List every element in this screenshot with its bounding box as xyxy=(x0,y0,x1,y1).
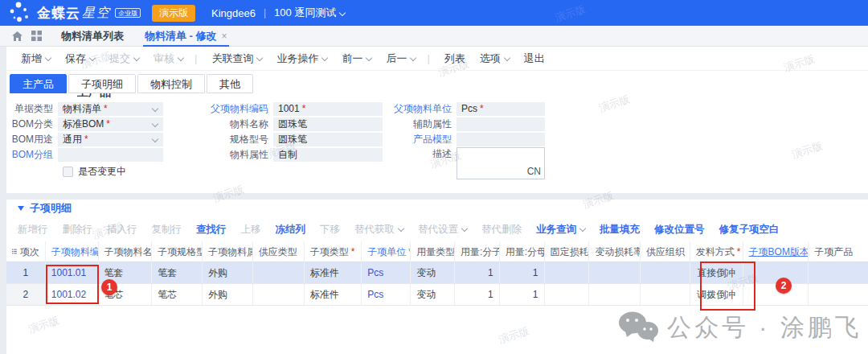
column-header-child-attr[interactable]: 子项物料属性 xyxy=(203,241,253,261)
field-label-product-model[interactable]: 产品模型 xyxy=(392,133,457,146)
column-header-child-product[interactable]: 子项产品 xyxy=(809,241,868,261)
column-header-issue-method[interactable]: 发料方式 xyxy=(690,241,743,261)
field-label-parent-material-code[interactable]: 父项物料编码 xyxy=(209,102,273,116)
row-settings-icon[interactable] xyxy=(12,247,17,256)
column-header-child-name[interactable]: 子项物料名称 xyxy=(99,241,153,261)
parent-material-code-input[interactable]: 1001 xyxy=(273,102,383,116)
modify-position-button[interactable]: 修改位置号 xyxy=(654,223,705,237)
toolbar-options-button[interactable]: 选项 xyxy=(480,51,510,66)
current-user[interactable]: Kingdee6 xyxy=(211,7,256,19)
tab-other[interactable]: 其他 xyxy=(207,74,253,93)
column-header-supply-org[interactable]: 供应组织 xyxy=(641,241,690,261)
cell-seq[interactable]: 1 xyxy=(6,262,46,283)
cell-child-unit[interactable]: Pcs xyxy=(362,284,411,305)
delete-row-button[interactable]: 删除行 xyxy=(63,223,93,237)
toolbar-exit-button[interactable]: 退出 xyxy=(524,51,545,66)
cell-fixed-loss[interactable] xyxy=(545,284,590,305)
toolbar-list-button[interactable]: 列表 xyxy=(444,51,465,66)
cell-supply-org[interactable] xyxy=(641,284,690,305)
column-header-child-spec[interactable]: 子项规格型... xyxy=(152,241,203,261)
description-textarea[interactable]: CN xyxy=(457,147,545,179)
changing-checkbox[interactable] xyxy=(63,167,73,177)
cell-usage-numerator[interactable]: 1 xyxy=(455,262,500,283)
find-row-button[interactable]: 查找行 xyxy=(196,223,227,237)
cell-supply-type[interactable] xyxy=(253,262,305,283)
cell-child-type[interactable]: 标准件 xyxy=(305,284,362,305)
toolbar-business-ops-button[interactable]: 业务操作 xyxy=(276,51,327,66)
column-header-usage-type[interactable]: 用量类型 xyxy=(411,241,455,261)
substitute-delete-button[interactable]: 替代删除 xyxy=(481,223,522,237)
copy-row-button[interactable]: 复制行 xyxy=(152,223,182,237)
cell-usage-denominator[interactable]: 1 xyxy=(500,262,545,283)
move-down-button[interactable]: 下移 xyxy=(320,223,340,237)
cell-usage-type[interactable]: 变动 xyxy=(411,284,455,305)
cell-child-product[interactable] xyxy=(809,284,868,305)
cell-child-product[interactable] xyxy=(809,262,868,283)
repair-blank-button[interactable]: 修复子项空白 xyxy=(719,223,780,237)
column-header-usage-numerator[interactable]: 用量:分子 xyxy=(455,241,500,261)
parent-unit-input[interactable]: Pcs xyxy=(457,102,545,116)
toolbar-submit-button[interactable]: 提交 xyxy=(109,51,139,66)
column-header-usage-denominator[interactable]: 用量:分母 xyxy=(500,241,545,261)
column-header-child-unit[interactable]: 子项单位 xyxy=(362,241,411,261)
cell-child-attr[interactable]: 外购 xyxy=(203,262,253,283)
column-header-child-bom-version[interactable]: 子项BOM版本 xyxy=(743,241,809,261)
collapse-triangle-icon[interactable] xyxy=(18,206,24,211)
bom-usage-select[interactable]: 通用 xyxy=(58,133,163,146)
product-model-input[interactable] xyxy=(457,133,545,146)
cell-variable-loss[interactable] xyxy=(589,284,641,305)
cell-supply-org[interactable] xyxy=(641,262,690,283)
aux-attr-input[interactable] xyxy=(457,117,545,131)
spec-model-input[interactable]: 圆珠笔 xyxy=(273,133,383,146)
business-query-button[interactable]: 业务查询 xyxy=(536,223,585,237)
toolbar-related-query-button[interactable]: 关联查询 xyxy=(211,51,262,66)
cell-child-type[interactable]: 标准件 xyxy=(305,262,362,283)
column-header-fixed-loss[interactable]: 固定损耗 xyxy=(545,241,590,261)
toolbar-new-button[interactable]: 新增 xyxy=(21,51,51,66)
tab-material-control[interactable]: 物料控制 xyxy=(137,74,205,93)
current-org[interactable]: 100 逐同测试 xyxy=(274,6,336,20)
cell-usage-denominator[interactable]: 1 xyxy=(500,284,545,305)
cell-child-unit[interactable]: Pcs xyxy=(362,262,411,283)
substitute-get-button[interactable]: 替代获取 xyxy=(354,223,403,237)
column-header-child-type[interactable]: 子项类型 xyxy=(305,241,362,261)
cell-child-spec[interactable]: 笔芯 xyxy=(152,284,203,305)
cell-fixed-loss[interactable] xyxy=(545,262,590,283)
material-attr-input[interactable]: 自制 xyxy=(273,148,383,162)
column-header-seq[interactable]: 项次 xyxy=(6,241,46,261)
field-label-bom-group[interactable]: BOM分组 xyxy=(6,148,58,162)
column-header-supply-type[interactable]: 供应类型 xyxy=(253,241,305,261)
cell-seq[interactable]: 2 xyxy=(6,284,46,305)
cell-variable-loss[interactable] xyxy=(589,262,641,283)
toolbar-audit-button[interactable]: 审核 xyxy=(154,51,183,66)
org-chevron-down-icon[interactable] xyxy=(339,10,346,16)
tab-main-product[interactable]: 主产品 xyxy=(10,74,67,93)
column-header-variable-loss[interactable]: 变动损耗率% xyxy=(589,241,641,261)
cell-supply-type[interactable] xyxy=(253,284,305,305)
cell-usage-type[interactable]: 变动 xyxy=(411,262,455,283)
app-grid-icon[interactable] xyxy=(31,31,42,41)
bom-category-select[interactable]: 标准BOM xyxy=(58,117,163,131)
freeze-column-button[interactable]: 冻结列 xyxy=(276,223,306,237)
move-up-button[interactable]: 上移 xyxy=(241,223,261,237)
add-row-button[interactable]: 新增行 xyxy=(18,223,48,237)
toolbar-next-button[interactable]: 后一 xyxy=(386,51,416,66)
cell-usage-numerator[interactable]: 1 xyxy=(455,284,500,305)
substitute-set-button[interactable]: 替代设置 xyxy=(418,223,467,237)
doc-type-select[interactable]: 物料清单 xyxy=(58,102,163,116)
material-name-input[interactable]: 圆珠笔 xyxy=(273,117,383,131)
insert-row-button[interactable]: 插入行 xyxy=(107,223,137,237)
home-icon[interactable] xyxy=(11,31,23,42)
cell-child-attr[interactable]: 外购 xyxy=(203,284,253,305)
tab-child-detail[interactable]: 子项明细 xyxy=(68,74,136,93)
cell-child-spec[interactable]: 笔套 xyxy=(152,262,203,283)
bom-group-input[interactable] xyxy=(58,148,163,162)
toolbar-previous-button[interactable]: 前一 xyxy=(342,51,371,66)
tab-material-list[interactable]: 物料清单列表 xyxy=(61,26,124,47)
field-label-parent-unit[interactable]: 父项物料单位 xyxy=(392,102,457,116)
tab-close-icon[interactable]: × xyxy=(222,31,227,42)
column-header-child-code[interactable]: 子项物料编码 xyxy=(46,241,99,261)
tab-material-bom-edit[interactable]: 物料清单 - 修改× xyxy=(143,26,229,47)
toolbar-save-button[interactable]: 保存 xyxy=(65,51,95,66)
batch-fill-button[interactable]: 批量填充 xyxy=(600,223,640,237)
